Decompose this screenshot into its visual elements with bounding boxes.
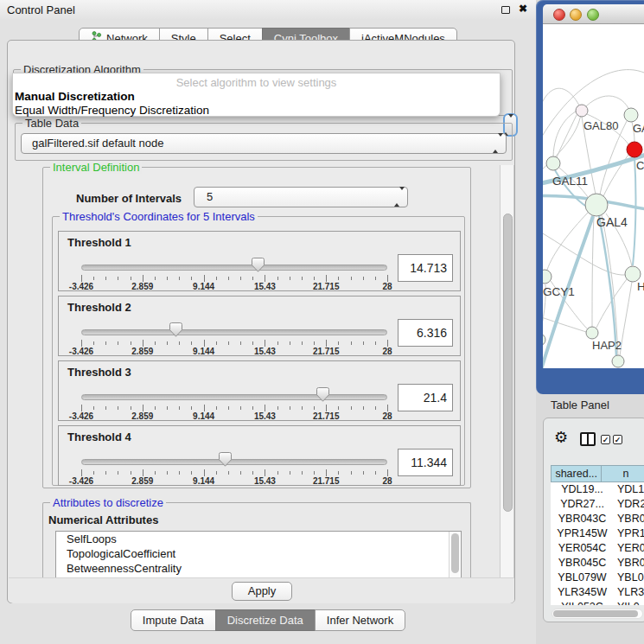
- column-layout-icon[interactable]: [580, 432, 596, 446]
- threshold-3-slider[interactable]: [81, 394, 387, 400]
- threshold-3-value-field[interactable]: 21.4: [398, 384, 453, 411]
- table-row[interactable]: YBL079WYBL0: [551, 571, 644, 585]
- table-data-group: Table Data galFiltered.sif default node: [15, 123, 513, 161]
- scrollbar-thumb[interactable]: [503, 214, 513, 512]
- table-data-combobox[interactable]: galFiltered.sif default node: [21, 133, 507, 154]
- column-header-name[interactable]: n: [601, 465, 644, 482]
- threshold-4-label: Threshold 4: [67, 430, 131, 443]
- threshold-2-box: Threshold 2 -3.4262.8599.14415.4321.7152…: [58, 296, 461, 356]
- threshold-4-slider[interactable]: [81, 459, 387, 465]
- node-label: GAL11: [552, 175, 588, 188]
- threshold-1-value-field[interactable]: 14.713: [398, 254, 453, 282]
- popup-item-equal-width-frequency[interactable]: Equal Width/Frequency Discretization: [15, 104, 209, 117]
- slider-ticks: [81, 275, 387, 282]
- slider-ticks: [81, 469, 387, 476]
- table-panel: ⚙ ✓ ✓ shared... n YDL19...YDL1YDR27...YD…: [543, 418, 644, 622]
- node-label: HAP2: [592, 339, 622, 352]
- threshold-2-value-field[interactable]: 6.316: [398, 319, 453, 347]
- float-window-icon[interactable]: [501, 6, 510, 14]
- node-label: GAL80: [583, 119, 618, 132]
- table-row[interactable]: YIL052CYIL0: [551, 600, 644, 605]
- tab-discretize-data[interactable]: Discretize Data: [215, 609, 316, 631]
- tab-label: Discretize Data: [227, 610, 303, 630]
- bottom-tab-bar: Impute Data Discretize Data Infer Networ…: [0, 609, 536, 631]
- tab-label: Infer Network: [327, 610, 393, 630]
- panel-title: Control Panel: [7, 3, 75, 16]
- interval-definition-group: Interval Definition Number of Intervals …: [42, 167, 471, 488]
- table-row[interactable]: YER054CYER0: [551, 541, 644, 556]
- thresholds-group: Threshold's Coordinates for 5 Intervals …: [52, 216, 465, 486]
- popup-item-manual-discretization[interactable]: Manual Discretization: [15, 90, 135, 103]
- apply-button-strip: Apply: [9, 577, 514, 603]
- interval-definition-title: Interval Definition: [50, 161, 142, 174]
- table-header-row: shared... n: [551, 465, 644, 482]
- network-window-titlebar[interactable]: [543, 4, 644, 24]
- threshold-4-value-field[interactable]: 11.344: [398, 449, 453, 476]
- control-panel: Control Panel ✖ Network Style: [0, 0, 536, 644]
- threshold-1-slider[interactable]: [81, 265, 387, 271]
- table-data-combobox-value: galFiltered.sif default node: [32, 137, 163, 150]
- threshold-2-slider[interactable]: [81, 329, 387, 335]
- gear-icon[interactable]: ⚙: [554, 430, 568, 445]
- cyni-toolbox-pane: Discretization Algorithm Select algorith…: [7, 40, 515, 603]
- number-of-intervals-label: Number of Intervals: [76, 192, 182, 205]
- number-of-intervals-combobox[interactable]: 5: [194, 187, 408, 207]
- table-panel-title: Table Panel: [551, 399, 609, 411]
- network-canvas[interactable]: GAL80 GAL C GAL11 GAL4 GCY1 H HAP2: [543, 24, 644, 368]
- table-row[interactable]: YBR045CYBR0: [551, 556, 644, 571]
- threshold-4-box: Threshold 4 -3.4262.8599.14415.4321.7152…: [58, 425, 461, 486]
- scrollbar-thumb[interactable]: [553, 610, 638, 617]
- slider-tick-labels: -3.4262.8599.14415.4321.71528: [81, 282, 387, 292]
- stepper-arrows-icon: [394, 188, 401, 207]
- apply-button[interactable]: Apply: [232, 582, 292, 601]
- scrollbar-thumb[interactable]: [451, 533, 459, 573]
- table-horizontal-scrollbar[interactable]: [552, 609, 643, 619]
- attributes-list-scrollbar[interactable]: [449, 532, 460, 578]
- node-table: shared... n YDL19...YDL1YDR27...YDR2YBR0…: [551, 465, 644, 605]
- table-row[interactable]: YDL19...YDL1: [551, 482, 644, 497]
- zoom-traffic-light-icon[interactable]: [587, 9, 599, 21]
- table-rows[interactable]: YDL19...YDL1YDR27...YDR2YBR043CYBR0YPR14…: [551, 482, 644, 605]
- minimize-traffic-light-icon[interactable]: [570, 9, 582, 21]
- slider-tick-labels: -3.4262.8599.14415.4321.71528: [81, 411, 387, 422]
- table-row[interactable]: YDR27...YDR2: [551, 497, 644, 512]
- table-row[interactable]: YLR345WYLR3: [551, 585, 644, 600]
- node-green: [624, 108, 638, 122]
- checkbox-icon[interactable]: ✓: [601, 435, 610, 444]
- node-partial-bottom: [612, 355, 624, 367]
- tab-infer-network[interactable]: Infer Network: [315, 609, 405, 631]
- control-panel-titlebar: Control Panel ✖: [0, 0, 536, 19]
- tab-label: Impute Data: [143, 610, 204, 630]
- table-data-group-title: Table Data: [22, 117, 81, 130]
- close-icon[interactable]: ✖: [519, 3, 527, 15]
- node-label: GAL: [633, 122, 644, 135]
- node-label: H: [637, 280, 644, 293]
- node-pink: [576, 105, 588, 117]
- node-red: [627, 142, 642, 157]
- close-traffic-light-icon[interactable]: [553, 9, 565, 21]
- app-root: Control Panel ✖ Network Style: [0, 0, 644, 644]
- threshold-2-label: Threshold 2: [67, 301, 131, 314]
- content-scrollbar[interactable]: [500, 165, 514, 578]
- numerical-attributes-label: Numerical Attributes: [48, 513, 158, 526]
- attribute-list-item[interactable]: SelfLoops: [56, 532, 461, 546]
- tab-impute-data[interactable]: Impute Data: [131, 609, 216, 631]
- right-region: GAL80 GAL C GAL11 GAL4 GCY1 H HAP2 Table…: [536, 0, 644, 644]
- table-row[interactable]: YBR043CYBR0: [551, 512, 644, 526]
- node-partial-left: [543, 334, 545, 346]
- attribute-list-item[interactable]: TopologicalCoefficient: [56, 546, 461, 561]
- node-hap2: [586, 327, 598, 339]
- node-gal4: [585, 194, 608, 216]
- checkbox-icon[interactable]: ✓: [613, 435, 622, 444]
- numerical-attributes-list[interactable]: SelfLoopsTopologicalCoefficientBetweenne…: [55, 531, 462, 579]
- attribute-list-item[interactable]: BetweennessCentrality: [56, 561, 461, 576]
- column-header-shared-name[interactable]: shared...: [551, 465, 602, 482]
- threshold-1-label: Threshold 1: [67, 236, 131, 249]
- node-gal11: [546, 156, 560, 170]
- table-row[interactable]: YPR145WYPR1: [551, 526, 644, 541]
- popup-hint: Select algorithm to view settings: [13, 76, 500, 89]
- thresholds-group-title: Threshold's Coordinates for 5 Intervals: [60, 210, 258, 223]
- node-gcy1: [543, 270, 552, 284]
- threshold-3-label: Threshold 3: [67, 366, 131, 379]
- network-view-window: GAL80 GAL C GAL11 GAL4 GCY1 H HAP2: [536, 0, 644, 394]
